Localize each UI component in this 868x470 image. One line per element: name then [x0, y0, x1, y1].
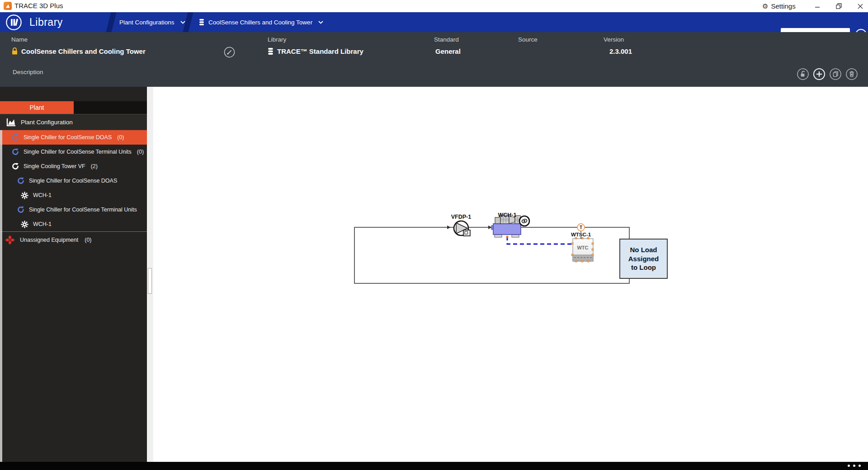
source-label: Source	[518, 36, 538, 43]
eye-icon[interactable]	[519, 216, 529, 226]
sidebar-tab-row: Plant	[0, 87, 147, 114]
tree-item-wch-1[interactable]: WCH-1	[0, 188, 147, 202]
tree-item-single-chiller-terminal-units[interactable]: Single Chiller for CoolSense Terminal Un…	[0, 145, 147, 159]
chevron-down-icon	[318, 21, 323, 24]
library-name-value: CoolSense Chillers and Cooling Tower	[21, 47, 146, 55]
add-button[interactable]	[813, 68, 826, 80]
library-brand: Library	[5, 14, 63, 31]
cooling-tower-wtc[interactable]: WTC	[571, 237, 594, 262]
unlock-button[interactable]	[797, 68, 809, 80]
library-info-panel: Name Library Standard Source Version Coo…	[0, 32, 868, 87]
title-bar: TRACE 3D Plus ⚙ Settings	[0, 0, 868, 12]
loop-icon	[12, 163, 19, 170]
plant-loop-diagram: VFDP-1 WCH-1	[153, 87, 868, 462]
standard-value: General	[435, 47, 461, 55]
library-label: Library	[268, 36, 286, 43]
version-label: Version	[604, 36, 624, 43]
plant-diagram-canvas[interactable]: VFDP-1 WCH-1	[153, 87, 868, 462]
tree-item-single-cooling-tower-vf[interactable]: Single Cooling Tower VF (2)	[0, 159, 147, 174]
fan-icon	[5, 235, 14, 244]
library-value: TRACE™ Standard Library	[277, 47, 363, 55]
loop-icon	[17, 206, 24, 213]
page-title: Library	[29, 16, 63, 28]
version-value: 2.3.001	[609, 47, 632, 55]
tree-item-single-chiller-doas[interactable]: Single Chiller for CoolSense DOAS (0)	[0, 130, 147, 145]
library-db-icon	[199, 19, 204, 26]
description-label: Description	[13, 69, 43, 75]
nav-current-library[interactable]: CoolSense Chillers and Cooling Tower	[199, 12, 323, 32]
pump-label: VFDP-1	[451, 214, 472, 220]
temperature-sensor-node[interactable]: T	[577, 224, 585, 231]
no-load-assigned-box[interactable]: No Load Assigned to Loop	[619, 239, 668, 279]
minimize-button[interactable]	[810, 0, 825, 12]
plant-configuration-header[interactable]: Plant Configuration	[0, 114, 147, 130]
library-icon	[5, 14, 22, 31]
canvas-scrollbar[interactable]	[147, 87, 153, 462]
edit-icon[interactable]	[223, 46, 236, 58]
chevron-down-icon	[180, 21, 185, 24]
name-label: Name	[11, 36, 28, 43]
loop-icon	[17, 177, 24, 184]
gear-icon	[21, 192, 28, 199]
status-bar	[0, 462, 868, 470]
plant-configuration-icon	[6, 118, 16, 127]
chiller-label: WCH-1	[498, 212, 517, 218]
control-link-dashed	[507, 236, 573, 244]
more-options-icon[interactable]	[848, 465, 861, 467]
header-divider	[106, 12, 117, 32]
unassigned-equipment-row[interactable]: Unassigned Equipment (0)	[0, 231, 147, 248]
plant-sidebar: Plant Plant Configuration Single Chiller…	[0, 87, 147, 462]
gear-icon	[21, 221, 28, 228]
gear-icon: ⚙	[762, 3, 768, 9]
tree-item-single-chiller-doas-child[interactable]: Single Chiller for CoolSense DOAS	[0, 174, 147, 188]
svg-text:T: T	[580, 225, 582, 230]
restore-button[interactable]	[831, 0, 846, 12]
nav-plant-configurations[interactable]: Plant Configurations	[119, 12, 185, 32]
settings-button[interactable]: ⚙ Settings	[762, 0, 796, 12]
app-header: Library Plant Configurations CoolSense C…	[0, 12, 868, 32]
sidebar-scrollbar[interactable]	[0, 130, 2, 465]
close-window-button[interactable]	[853, 0, 868, 12]
tab-plant[interactable]: Plant	[0, 101, 74, 114]
chiller-wch-1[interactable]	[491, 215, 521, 237]
tree-item-single-chiller-terminal-units-child[interactable]: Single Chiller for CoolSense Terminal Un…	[0, 202, 147, 217]
flow-arrow	[447, 226, 451, 229]
library-actions	[797, 68, 858, 80]
connection-node	[506, 235, 508, 238]
pump-vfdp-1[interactable]	[454, 221, 470, 236]
tower-box-label: WTC	[577, 245, 588, 250]
delete-button[interactable]	[845, 68, 858, 80]
trace-3d-plus-window: TRACE 3D Plus ⚙ Settings Library	[0, 0, 868, 470]
loop-icon	[12, 134, 19, 141]
scrollbar-thumb[interactable]	[148, 268, 152, 294]
copy-button[interactable]	[829, 68, 842, 80]
standard-label: Standard	[434, 36, 459, 43]
library-db-icon	[268, 47, 274, 55]
lock-icon	[11, 47, 18, 55]
app-title: TRACE 3D Plus	[14, 2, 63, 9]
tree-item-wch-1[interactable]: WCH-1	[0, 217, 147, 231]
plant-configuration-tree: Single Chiller for CoolSense DOAS (0) Si…	[0, 130, 147, 231]
sensor-label: WTSC-1	[571, 232, 591, 237]
app-logo-icon	[4, 2, 12, 10]
loop-icon	[12, 148, 19, 155]
